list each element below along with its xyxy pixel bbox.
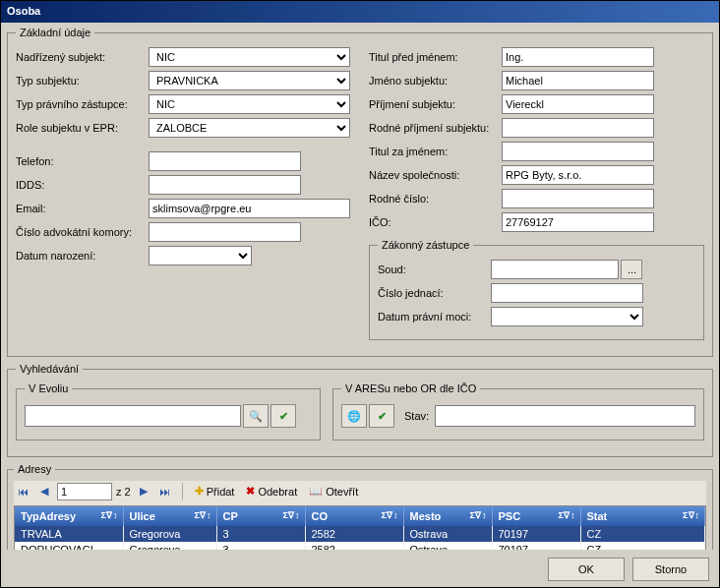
globe-icon: 🌐: [347, 410, 361, 423]
label-stav: Stav:: [404, 410, 429, 422]
legal-rep-legend: Zákonný zástupce: [378, 239, 473, 251]
label-email: Email:: [16, 203, 149, 214]
input-rodnecislo[interactable]: [502, 189, 654, 208]
ares-legend: V ARESu nebo OR dle IČO: [341, 382, 480, 394]
browse-soud-button[interactable]: ...: [621, 260, 642, 279]
search-button[interactable]: 🔍: [243, 404, 269, 428]
label-ico: IČO:: [369, 216, 502, 228]
input-telefon[interactable]: [149, 151, 301, 171]
next-icon: ▶: [140, 485, 148, 498]
x-icon: ✖: [246, 485, 255, 498]
nav-first-button[interactable]: ⏮: [14, 483, 31, 500]
input-nazevspol[interactable]: [502, 165, 654, 185]
input-jmeno[interactable]: [502, 71, 654, 90]
select-role[interactable]: ZALOBCE: [149, 118, 350, 138]
ares-group: V ARESu nebo OR dle IČO 🌐 ✔ Stav:: [332, 382, 704, 441]
open-button[interactable]: 📖Otevřít: [305, 485, 362, 498]
add-button[interactable]: ✚Přidat: [191, 485, 239, 498]
table-row[interactable]: DORUCOVACIGregorova32582Ostrava70197CZ: [15, 542, 705, 550]
label-typsubjektu: Typ subjektu:: [16, 75, 149, 87]
check-icon: ✔: [279, 410, 288, 423]
input-prijmeni[interactable]: [502, 94, 654, 114]
legal-rep-group: Zákonný zástupce Soud:... Číslo jednací:…: [369, 239, 704, 340]
address-table-wrap[interactable]: TypAdresyΣ ∇ ↕ UliceΣ ∇ ↕ CPΣ ∇ ↕ COΣ ∇ …: [14, 506, 706, 550]
label-rodnecislo: Rodné číslo:: [369, 193, 502, 205]
label-datumpravnimoci: Datum právní moci:: [378, 311, 491, 323]
label-jmeno: Jméno subjektu:: [369, 75, 502, 87]
addresses-group: Adresy ⏮ ◀ z 2 ▶ ⏭ ✚Přidat ✖Odebrat 📖Ote…: [7, 463, 713, 550]
title-bar[interactable]: Osoba: [1, 1, 719, 23]
th-ulice[interactable]: UliceΣ ∇ ↕: [123, 506, 216, 526]
nav-last-button[interactable]: ⏭: [156, 483, 174, 500]
table-row[interactable]: TRVALAGregorova32582Ostrava70197CZ: [15, 526, 705, 542]
th-stat[interactable]: StatΣ ∇ ↕: [580, 506, 705, 526]
input-titulpred[interactable]: [502, 47, 654, 67]
search-group: Vyhledávání V Evoliu 🔍 ✔ V ARESu nebo OR…: [7, 363, 713, 457]
plus-icon: ✚: [195, 485, 204, 498]
th-psc[interactable]: PSCΣ ∇ ↕: [492, 506, 580, 526]
label-typpravniho: Typ právního zástupce:: [16, 98, 149, 110]
label-nazevspol: Název společnosti:: [369, 169, 502, 181]
input-cak[interactable]: [149, 222, 301, 242]
th-cp[interactable]: CPΣ ∇ ↕: [216, 506, 305, 526]
dialog-footer: OK Storno: [1, 550, 719, 587]
select-nadrizeny[interactable]: NIC: [149, 47, 350, 67]
ares-web-button[interactable]: 🌐: [341, 404, 367, 428]
label-soud: Soud:: [378, 264, 491, 275]
add-label: Přidat: [207, 486, 235, 498]
confirm-evoliu-button[interactable]: ✔: [270, 404, 296, 428]
address-nav-toolbar: ⏮ ◀ z 2 ▶ ⏭ ✚Přidat ✖Odebrat 📖Otevřít: [14, 481, 706, 506]
input-titulza[interactable]: [502, 142, 654, 161]
label-rodneprijmeni: Rodné příjmení subjektu:: [369, 122, 502, 134]
input-ico[interactable]: [502, 212, 654, 232]
label-idds: IDDS:: [16, 179, 149, 191]
select-narozeni[interactable]: [149, 246, 252, 265]
addresses-legend: Adresy: [14, 463, 55, 475]
evoliu-group: V Evoliu 🔍 ✔: [16, 382, 321, 441]
input-email[interactable]: [149, 199, 350, 218]
nav-next-button[interactable]: ▶: [135, 483, 152, 500]
search-legend: Vyhledávání: [16, 363, 83, 375]
input-evoliu-search[interactable]: [25, 405, 241, 427]
open-icon: 📖: [309, 485, 323, 498]
page-input[interactable]: [57, 483, 112, 500]
label-role: Role subjektu v EPR:: [16, 122, 149, 134]
person-dialog: Osoba Základní údaje Nadřízený subjekt:N…: [0, 0, 720, 588]
label-cislojednaci: Číslo jednací:: [378, 287, 491, 299]
label-nadrizeny: Nadřízený subjekt:: [16, 51, 149, 63]
last-icon: ⏭: [159, 486, 170, 498]
check-icon: ✔: [378, 410, 387, 423]
ares-confirm-button[interactable]: ✔: [369, 404, 394, 428]
input-rodneprijmeni[interactable]: [502, 118, 654, 138]
select-typpravniho[interactable]: NIC: [149, 94, 350, 114]
remove-label: Odebrat: [258, 486, 297, 498]
evoliu-legend: V Evoliu: [25, 382, 72, 394]
magnifier-icon: 🔍: [249, 410, 263, 423]
basic-info-group: Základní údaje Nadřízený subjekt:NIC Typ…: [7, 27, 713, 357]
th-co[interactable]: COΣ ∇ ↕: [305, 506, 403, 526]
label-narozeni: Datum narození:: [16, 250, 149, 262]
remove-button[interactable]: ✖Odebrat: [242, 485, 301, 498]
input-idds[interactable]: [149, 175, 301, 195]
nav-prev-button[interactable]: ◀: [35, 483, 53, 500]
th-typ[interactable]: TypAdresyΣ ∇ ↕: [15, 506, 123, 526]
input-cislojednaci[interactable]: [491, 283, 643, 303]
label-cak: Číslo advokátní komory:: [16, 226, 149, 238]
input-soud[interactable]: [491, 260, 619, 279]
th-mesto[interactable]: MestoΣ ∇ ↕: [403, 506, 492, 526]
address-table: TypAdresyΣ ∇ ↕ UliceΣ ∇ ↕ CPΣ ∇ ↕ COΣ ∇ …: [15, 506, 705, 550]
basic-info-legend: Základní údaje: [16, 27, 94, 38]
prev-icon: ◀: [40, 485, 48, 498]
label-telefon: Telefon:: [16, 155, 149, 167]
select-datumpravnimoci[interactable]: [491, 307, 643, 326]
label-titulza: Titul za jménem:: [369, 146, 502, 157]
first-icon: ⏮: [18, 486, 29, 498]
open-label: Otevřít: [326, 486, 358, 498]
select-typsubjektu[interactable]: PRAVNICKA: [149, 71, 350, 90]
page-total: z 2: [116, 486, 131, 498]
content-area: Základní údaje Nadřízený subjekt:NIC Typ…: [1, 23, 719, 550]
input-stav[interactable]: [435, 405, 695, 427]
storno-button[interactable]: Storno: [632, 558, 709, 581]
label-titulpred: Titul před jménem:: [369, 51, 502, 63]
ok-button[interactable]: OK: [548, 558, 625, 581]
